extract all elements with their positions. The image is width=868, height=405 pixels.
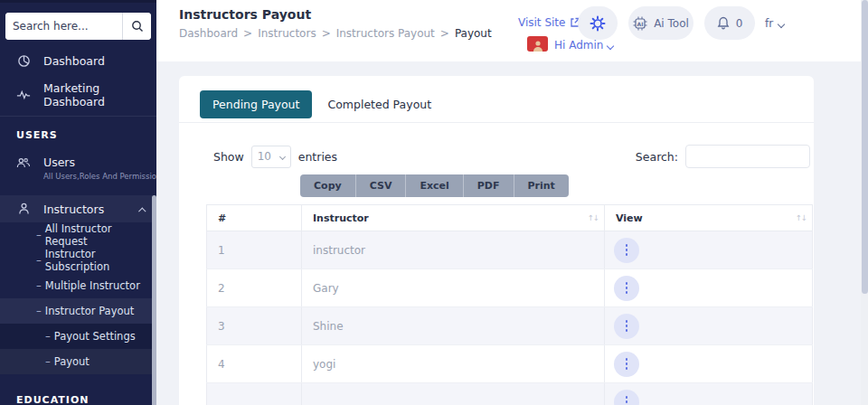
- notifications-button[interactable]: 0: [704, 6, 755, 40]
- row-number: 1: [207, 231, 302, 269]
- ai-tool-label: Ai Tool: [654, 17, 689, 30]
- sidebar-subitem-multiple-instructor[interactable]: Multiple Instructor: [0, 273, 156, 298]
- table-row: 2 Gary: [207, 269, 813, 307]
- instructor-name: Gary: [302, 269, 605, 307]
- sidebar-item-label: Marketing Dashboard: [43, 81, 146, 108]
- payout-card: Pending Payout Completed Payout Show 10 …: [179, 76, 814, 405]
- sidebar-nav: Dashboard Marketing Dashboard USERS User…: [0, 47, 156, 405]
- pie-chart-icon: [16, 53, 31, 68]
- table-row: 3 Shine: [207, 307, 813, 345]
- breadcrumb-item[interactable]: Dashboard: [179, 27, 238, 40]
- app-root: Dashboard Marketing Dashboard USERS User…: [0, 0, 868, 405]
- row-actions-button[interactable]: [614, 238, 639, 263]
- row-number: 4: [207, 345, 302, 383]
- top-header: Instructors Payout Dashboard>Instructors…: [156, 0, 868, 61]
- chevron-down-icon: [279, 153, 286, 159]
- page-scrollbar-thumb[interactable]: [862, 0, 868, 294]
- sidebar-item-instructors[interactable]: Instructors: [0, 195, 156, 222]
- gear-icon: [590, 15, 606, 32]
- table-search-input[interactable]: [685, 145, 810, 168]
- sidebar-search-input[interactable]: [5, 13, 122, 40]
- visit-site-label: Visit Site: [518, 16, 565, 29]
- search-icon: [131, 20, 144, 33]
- show-label: Show: [213, 150, 244, 164]
- table-controls: Show 10 entries Search:: [179, 123, 814, 168]
- breadcrumb-separator: >: [440, 27, 449, 40]
- table-row: 4 yogi: [207, 345, 813, 383]
- sidebar-item-subtitle: All Users,Roles And Permission: [43, 172, 156, 181]
- copy-button[interactable]: Copy: [300, 174, 355, 197]
- instructor-name: instructor: [302, 231, 605, 269]
- column-header-instructor[interactable]: Instructor↑↓: [302, 205, 605, 231]
- breadcrumb-item[interactable]: Instructors Payout: [336, 27, 435, 40]
- user-menu[interactable]: Hi Admin: [554, 39, 613, 52]
- table-header-row: # Instructor↑↓ View↑↓: [207, 205, 813, 231]
- sidebar-subitem-all-instructor-request[interactable]: All Instructor Request: [0, 222, 156, 248]
- page-size-value: 10: [258, 150, 271, 163]
- sidebar-subitem-instructor-subscription[interactable]: Instructor Subscription: [0, 248, 156, 273]
- sidebar-search-button[interactable]: [122, 13, 151, 40]
- sidebar-item-text: Users All Users,Roles And Permission: [43, 155, 156, 181]
- row-number: [207, 383, 302, 405]
- sidebar-subitem-payout[interactable]: Payout: [0, 349, 156, 374]
- language-label: fr: [765, 17, 773, 30]
- pdf-button[interactable]: PDF: [463, 174, 514, 197]
- page-title: Instructors Payout: [179, 7, 311, 22]
- chevron-down-icon: [608, 39, 613, 52]
- language-selector[interactable]: fr: [765, 17, 784, 30]
- column-header-num[interactable]: #: [207, 205, 302, 231]
- sidebar-item-marketing-dashboard[interactable]: Marketing Dashboard: [0, 81, 156, 108]
- row-actions-button[interactable]: [614, 314, 639, 339]
- sort-icon[interactable]: ↑↓: [588, 213, 599, 222]
- sidebar-item-label: Instructors: [43, 202, 104, 216]
- payout-table: # Instructor↑↓ View↑↓ 1 instructor 2 Gar…: [206, 204, 813, 405]
- breadcrumb-item-current: Payout: [455, 27, 492, 40]
- sidebar-search: [5, 13, 151, 40]
- visit-site-link[interactable]: Visit Site: [518, 16, 580, 29]
- users-icon: [16, 155, 31, 170]
- row-actions-button[interactable]: [614, 390, 639, 405]
- tabs-row: Pending Payout Completed Payout: [179, 76, 814, 123]
- svg-text:AI: AI: [637, 20, 644, 26]
- sidebar-item-label: Users: [43, 155, 156, 169]
- activity-icon: [16, 88, 31, 102]
- sidebar-item-dashboard[interactable]: Dashboard: [0, 47, 156, 74]
- greeting-label: Hi Admin: [554, 39, 603, 52]
- avatar[interactable]: [527, 36, 548, 52]
- row-number: 3: [207, 307, 302, 345]
- sidebar-item-users[interactable]: Users All Users,Roles And Permission: [0, 150, 156, 190]
- breadcrumb-separator: >: [322, 27, 331, 40]
- sidebar-section-users: USERS: [0, 126, 156, 145]
- sort-icon[interactable]: ↑↓: [796, 213, 807, 222]
- sidebar-subitem-payout-settings[interactable]: Payout Settings: [0, 324, 156, 349]
- print-button[interactable]: Print: [514, 174, 569, 197]
- settings-button[interactable]: [578, 6, 618, 40]
- instructor-name: [302, 383, 605, 405]
- tab-completed-payout[interactable]: Completed Payout: [316, 90, 442, 118]
- page-size-select[interactable]: 10: [251, 146, 291, 168]
- sidebar-nested-menu: Payout Settings Payout: [0, 324, 156, 374]
- entries-label: entries: [298, 150, 337, 164]
- row-actions-button[interactable]: [614, 276, 639, 301]
- excel-button[interactable]: Excel: [405, 174, 462, 197]
- page-scrollbar: [861, 0, 868, 405]
- column-header-view[interactable]: View↑↓: [605, 205, 813, 231]
- ai-tool-button[interactable]: AI Ai Tool: [628, 6, 693, 40]
- breadcrumb-item[interactable]: Instructors: [258, 27, 316, 40]
- sidebar-item-label: Dashboard: [43, 54, 105, 68]
- table-search-group: Search:: [636, 145, 810, 168]
- bell-icon: [717, 16, 730, 30]
- chevron-down-icon: [778, 17, 784, 30]
- main-content: Pending Payout Completed Payout Show 10 …: [156, 61, 868, 405]
- ai-chip-icon: AI: [633, 16, 647, 31]
- sidebar: Dashboard Marketing Dashboard USERS User…: [0, 0, 156, 405]
- row-actions-button[interactable]: [614, 352, 639, 377]
- instructor-name: yogi: [302, 345, 605, 383]
- csv-button[interactable]: CSV: [355, 174, 406, 197]
- breadcrumb-separator: >: [243, 27, 252, 40]
- sidebar-subitem-instructor-payout[interactable]: Instructor Payout: [0, 298, 156, 324]
- page-size-group: Show 10 entries: [213, 146, 337, 168]
- breadcrumb: Dashboard>Instructors>Instructors Payout…: [179, 27, 492, 40]
- tab-pending-payout[interactable]: Pending Payout: [200, 90, 312, 118]
- notification-count: 0: [736, 17, 743, 30]
